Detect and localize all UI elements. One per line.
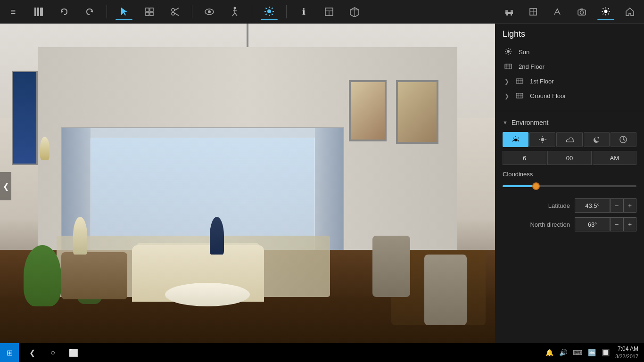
environment-header[interactable]: ▼ Environment — [503, 119, 636, 126]
panel-scroll-area: Lights Sun — [495, 24, 644, 343]
time-minutes-input[interactable]: 00 — [547, 151, 591, 165]
latitude-decrease-btn[interactable]: − — [610, 198, 623, 213]
undo-icon[interactable] — [56, 3, 73, 20]
sun-tool-icon[interactable] — [261, 3, 278, 20]
svg-line-67 — [603, 13, 603, 14]
svg-marker-4 — [91, 10, 92, 13]
svg-line-93 — [518, 138, 519, 139]
svg-marker-3 — [61, 10, 63, 13]
svg-point-59 — [604, 9, 607, 13]
time-hour-input[interactable]: 6 — [503, 151, 546, 165]
taskbar-monitor-icon[interactable]: 🔲 — [602, 349, 610, 356]
taskbar-date: 3/22/2017 — [615, 353, 638, 360]
redo-icon[interactable] — [81, 3, 98, 20]
svg-rect-2 — [40, 8, 43, 16]
dining-chair-2 — [424, 255, 467, 325]
select-tool-icon[interactable] — [116, 3, 132, 20]
cloudiness-label: Cloudiness — [503, 171, 636, 178]
svg-line-26 — [266, 8, 267, 9]
svg-line-101 — [623, 140, 625, 140]
environment-title: Environment — [512, 119, 549, 126]
light-item-ground-floor[interactable]: ❯ Ground Floor — [503, 89, 636, 103]
grid-icon[interactable] — [141, 3, 158, 20]
svg-line-19 — [235, 13, 237, 16]
svg-point-16 — [234, 7, 236, 9]
svg-point-94 — [541, 138, 544, 141]
latitude-row: Latitude 43.5° − + — [503, 198, 636, 213]
taskbar-time: 7:04 AM — [615, 346, 638, 353]
panel-icon-row — [495, 0, 644, 24]
tod-clock-btn[interactable] — [611, 132, 636, 147]
svg-point-11 — [172, 12, 174, 15]
taskbar-home-btn[interactable]: ○ — [43, 343, 62, 362]
tod-cloudy-btn[interactable] — [556, 132, 582, 147]
expand-1st-floor-icon: ❯ — [504, 78, 509, 85]
chair-left — [61, 252, 127, 299]
north-direction-label: North direction — [503, 221, 575, 228]
latitude-input[interactable]: 43.5° — [575, 198, 610, 213]
library-icon[interactable] — [30, 3, 47, 20]
panel-furniture-icon[interactable] — [501, 3, 518, 20]
latitude-increase-btn[interactable]: + — [623, 198, 636, 213]
sun-light-icon — [504, 48, 514, 57]
ground-floor-label: Ground Floor — [530, 92, 566, 99]
time-period-input[interactable]: AM — [593, 151, 636, 165]
slider-fill — [503, 185, 536, 187]
svg-point-10 — [172, 8, 174, 11]
info-icon[interactable]: ℹ — [295, 3, 312, 20]
floor-light-icon-2nd — [504, 62, 514, 71]
plant-left — [24, 245, 61, 306]
panel-structure-icon[interactable] — [525, 3, 542, 20]
time-of-day-row — [503, 132, 636, 147]
taskbar-volume-icon[interactable]: 🔊 — [559, 349, 567, 356]
scissors-icon[interactable] — [166, 3, 183, 20]
taskbar-keyboard-icon[interactable]: 🔤 — [588, 349, 596, 356]
expand-ground-floor-icon: ❯ — [504, 93, 509, 99]
svg-rect-49 — [506, 14, 508, 16]
taskbar-right: 🔔 🔊 ⌨ 🔤 🔲 7:04 AM 3/22/2017 — [540, 346, 644, 360]
svg-rect-1 — [37, 8, 39, 16]
light-item-1st-floor[interactable]: ❯ 1st Floor — [503, 74, 636, 89]
panel-materials-icon[interactable] — [549, 3, 566, 20]
svg-rect-78 — [505, 64, 512, 69]
tod-night-btn[interactable] — [584, 132, 610, 147]
panel-camera-icon[interactable] — [573, 3, 590, 20]
layout-icon[interactable] — [321, 3, 338, 20]
svg-marker-5 — [121, 8, 128, 16]
svg-line-13 — [174, 13, 179, 16]
artwork-right-2 — [396, 80, 438, 144]
taskbar-clock[interactable]: 7:04 AM 3/22/2017 — [615, 346, 638, 360]
sep2 — [192, 5, 192, 18]
north-direction-input[interactable]: 63° — [575, 217, 610, 231]
taskbar-back-btn[interactable]: ❮ — [23, 343, 41, 362]
north-direction-decrease-btn[interactable]: − — [610, 217, 623, 231]
panel-home-icon[interactable] — [621, 3, 638, 20]
taskbar-view-btn[interactable]: ⬜ — [64, 343, 83, 362]
lamp-left — [73, 217, 87, 255]
tod-sunny-btn[interactable] — [529, 132, 555, 147]
light-item-2nd-floor[interactable]: 2nd Floor — [503, 59, 636, 74]
viewport[interactable]: ❮ — [0, 24, 495, 349]
floor-light-icon-ground — [516, 91, 525, 100]
svg-line-65 — [608, 13, 609, 14]
svg-rect-52 — [511, 10, 513, 12]
svg-line-29 — [266, 14, 267, 15]
taskbar-notification-icon[interactable]: 🔔 — [545, 349, 553, 356]
north-direction-increase-btn[interactable]: + — [623, 217, 636, 231]
light-item-sun[interactable]: Sun — [503, 45, 636, 59]
view-icon[interactable] — [201, 3, 218, 20]
left-nav-arrow[interactable]: ❮ — [0, 172, 11, 200]
svg-rect-7 — [150, 8, 153, 11]
env-chevron-icon: ▼ — [503, 120, 508, 125]
start-button[interactable]: ⊞ — [0, 343, 19, 362]
panel-sun-icon[interactable] — [597, 3, 614, 20]
walk-icon[interactable] — [226, 3, 243, 20]
3d-icon[interactable] — [346, 3, 363, 20]
taskbar-connect-icon[interactable]: ⌨ — [573, 349, 582, 356]
menu-icon[interactable]: ≡ — [5, 3, 22, 20]
right-panel: Lights Sun — [495, 0, 644, 343]
slider-thumb[interactable] — [532, 182, 540, 190]
svg-line-28 — [272, 8, 272, 9]
cloudiness-slider[interactable] — [503, 181, 636, 191]
tod-sunrise-btn[interactable] — [503, 132, 528, 147]
